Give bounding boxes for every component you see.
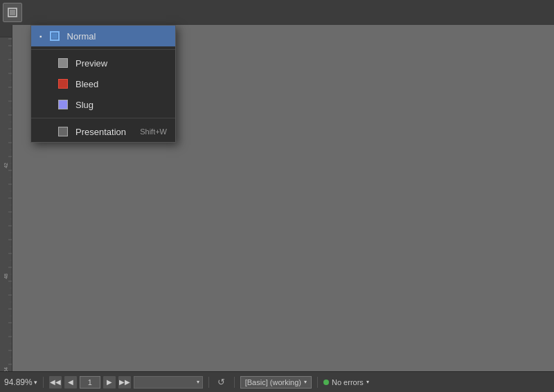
menu-item-normal[interactable]: ▪ Normal	[31, 26, 175, 46]
nav-last-button[interactable]: ▶▶	[118, 376, 131, 389]
ruler-left: 42 48 54	[0, 25, 12, 371]
menu-item-bleed-label: Bleed	[75, 79, 167, 89]
nav-next-button[interactable]: ▶	[103, 376, 116, 389]
status-bar: 94.89% ▾ ◀◀ ◀ ▶ ▶▶ ▾ ↺ [Basic] (working)…	[0, 371, 554, 392]
top-bar	[0, 0, 554, 25]
zoom-value: 94.89%	[4, 377, 33, 387]
page-number-input[interactable]	[80, 376, 100, 389]
bleed-icon	[57, 78, 69, 89]
ruler-ticks-svg	[0, 25, 12, 371]
presentation-shortcut: Shift+W	[140, 127, 167, 136]
svg-rect-1	[10, 10, 15, 15]
menu-item-normal-label: Normal	[67, 31, 167, 42]
page-count-dropdown[interactable]: ▾	[134, 376, 203, 389]
presentation-icon	[57, 126, 69, 137]
refresh-icon: ↺	[217, 377, 225, 387]
separator-4	[317, 377, 318, 388]
profile-label: [Basic] (working)	[245, 378, 301, 386]
no-errors-label: No errors	[332, 378, 364, 386]
normal-icon	[49, 30, 60, 42]
separator-1	[43, 377, 44, 388]
zoom-display[interactable]: 94.89% ▾	[4, 377, 37, 387]
slug-icon	[57, 99, 69, 110]
screen-mode-icon	[7, 7, 18, 18]
ruler-corner	[0, 25, 12, 37]
menu-item-preview[interactable]: Preview	[31, 53, 175, 73]
nav-prev-button[interactable]: ◀	[64, 376, 77, 389]
menu-item-presentation-label: Presentation	[75, 127, 133, 137]
screen-mode-dropdown: ▪ Normal Preview Bleed Slug	[30, 25, 176, 143]
no-errors-arrow: ▾	[366, 379, 369, 385]
menu-item-presentation[interactable]: Presentation Shift+W	[31, 121, 175, 142]
menu-item-preview-label: Preview	[75, 58, 167, 69]
preview-icon	[57, 57, 69, 69]
zoom-arrow: ▾	[34, 379, 37, 386]
errors-display[interactable]: No errors ▾	[323, 378, 369, 386]
menu-item-slug[interactable]: Slug	[31, 94, 175, 115]
screen-mode-button[interactable]	[3, 3, 22, 22]
menu-divider-2	[31, 118, 175, 118]
separator-2	[208, 377, 209, 388]
menu-item-slug-label: Slug	[75, 100, 167, 110]
menu-divider-1	[31, 49, 175, 50]
profile-dropdown[interactable]: [Basic] (working) ▾	[240, 376, 312, 389]
check-mark-normal: ▪	[39, 33, 42, 40]
profile-arrow: ▾	[304, 379, 307, 385]
nav-first-button[interactable]: ◀◀	[49, 376, 62, 389]
menu-item-bleed[interactable]: Bleed	[31, 73, 175, 94]
refresh-button[interactable]: ↺	[215, 376, 229, 389]
separator-3	[234, 377, 235, 388]
page-count-arrow: ▾	[197, 379, 199, 385]
no-errors-dot	[323, 380, 329, 385]
